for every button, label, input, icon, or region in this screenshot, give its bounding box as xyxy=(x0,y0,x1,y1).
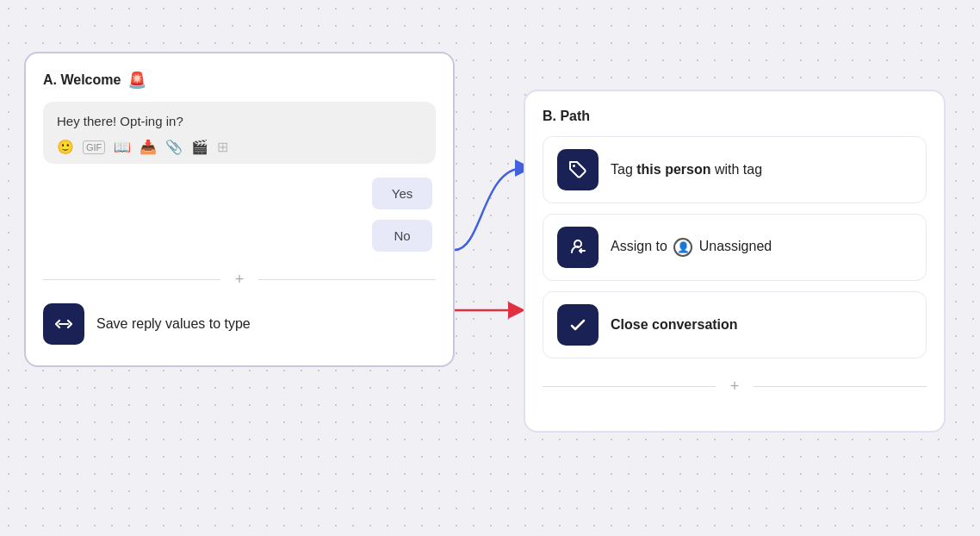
close-action-label: Close conversation xyxy=(611,317,738,333)
divider-line-2 xyxy=(258,279,436,280)
gif-icon[interactable]: GIF xyxy=(83,140,105,154)
node-a: A. Welcome 🚨 Hey there! Opt-ing in? 🙂 GI… xyxy=(24,52,455,367)
inbox-icon[interactable]: 📥 xyxy=(140,139,157,155)
book-icon[interactable]: 📖 xyxy=(114,139,131,155)
assign-icon xyxy=(557,227,599,268)
divider-line-b2 xyxy=(754,386,927,387)
message-text: Hey there! Opt-ing in? xyxy=(57,114,422,128)
tag-action-label: Tag this person with tag xyxy=(611,162,762,178)
divider-add-b: + xyxy=(543,376,927,396)
node-b: B. Path Tag this person with tag xyxy=(524,90,946,433)
divider-line-b1 xyxy=(543,386,716,387)
save-reply-label: Save reply values to type xyxy=(96,316,251,332)
warning-icon: 🚨 xyxy=(127,71,146,90)
node-b-title: B. Path xyxy=(543,109,590,124)
message-bubble: Hey there! Opt-ing in? 🙂 GIF 📖 📥 📎 🎬 ⊞ xyxy=(43,102,436,164)
add-step-button-b[interactable]: + xyxy=(724,376,745,396)
yes-button[interactable]: Yes xyxy=(372,178,432,209)
toolbar: 🙂 GIF 📖 📥 📎 🎬 ⊞ xyxy=(57,139,422,155)
divider-add-a: + xyxy=(43,269,436,290)
save-reply-block: Save reply values to type xyxy=(43,303,436,345)
action-tag[interactable]: Tag this person with tag xyxy=(543,136,927,203)
video-icon[interactable]: 🎬 xyxy=(191,139,208,155)
user-inline-icon: 👤 xyxy=(673,238,692,257)
svg-point-0 xyxy=(573,165,575,167)
no-button[interactable]: No xyxy=(372,220,432,252)
save-reply-icon[interactable] xyxy=(43,303,84,345)
grid-icon[interactable]: ⊞ xyxy=(217,139,228,155)
node-a-title: A. Welcome xyxy=(43,72,121,88)
close-conv-icon xyxy=(557,304,599,346)
add-step-button[interactable]: + xyxy=(229,269,250,290)
emoji-icon[interactable]: 🙂 xyxy=(57,139,74,155)
node-b-header: B. Path xyxy=(543,109,927,124)
node-a-header: A. Welcome 🚨 xyxy=(43,71,436,90)
action-close[interactable]: Close conversation xyxy=(543,291,927,358)
tag-label-text: Tag this person with tag xyxy=(611,162,762,177)
clip-icon[interactable]: 📎 xyxy=(165,139,183,155)
canvas: A. Welcome 🚨 Hey there! Opt-ing in? 🙂 GI… xyxy=(0,0,980,536)
divider-line xyxy=(43,279,220,280)
action-assign[interactable]: Assign to 👤 Unassigned xyxy=(543,214,927,281)
tag-icon xyxy=(557,149,599,190)
assign-action-label: Assign to 👤 Unassigned xyxy=(611,238,772,257)
